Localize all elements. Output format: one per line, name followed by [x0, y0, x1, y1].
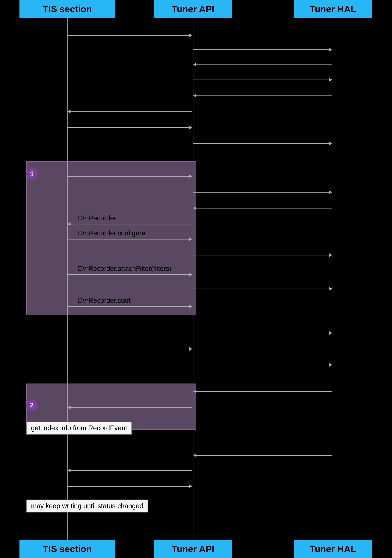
header-tis-top: TIS section [19, 0, 115, 18]
arrow-2 [193, 48, 332, 51]
arrow-d1 [193, 390, 332, 393]
arrow-5 [193, 94, 332, 97]
label-dvr-configure: DvrRecorder.configure [78, 229, 145, 237]
arrow-7 [67, 126, 192, 129]
arrow-6 [67, 110, 192, 113]
arrow-c2 [67, 347, 192, 351]
arrow-c1 [193, 331, 332, 335]
note-get-index: get index info from RecordEvent [26, 422, 132, 435]
arrow-open-dvr [67, 174, 192, 178]
label-dvr-recorder: DvrRecorder [78, 214, 116, 222]
arrow-e1 [193, 453, 332, 457]
header-tunerhal-bottom: Tuner HAL [294, 540, 372, 558]
header-tunerhal-top: Tuner HAL [294, 0, 372, 18]
arrow-b3 [193, 206, 332, 210]
lifeline-tunerhal [333, 18, 333, 540]
arrow-b8 [193, 287, 332, 290]
arrow-1 [67, 34, 192, 37]
arrow-filter-event [67, 406, 192, 409]
arrow-8 [193, 142, 332, 145]
arrow-dvr-configure [67, 237, 192, 241]
arrow-3 [193, 63, 332, 66]
arrow-dvr-start [67, 305, 192, 308]
step-circle-1: 1 [26, 168, 38, 180]
arrow-b6 [193, 253, 332, 257]
note-keep-writing: may keep writing until status changed [26, 499, 148, 513]
arrow-c3 [193, 363, 332, 367]
label-dvr-start: DvrRecorder.start [78, 297, 131, 304]
label-dvr-attach: DvrRecorder.attachFilter(filters) [78, 265, 172, 272]
header-tunerapi-bottom: Tuner API [154, 540, 232, 558]
header-tis-bottom: TIS section [19, 540, 115, 558]
header-tunerapi-top: Tuner API [154, 0, 232, 18]
arrow-b2 [193, 191, 332, 194]
arrow-e3 [67, 485, 192, 488]
arrow-e2 [67, 469, 192, 472]
arrow-4 [193, 78, 332, 81]
arrow-dvr-recorder [67, 222, 192, 226]
arrow-dvr-attach [67, 273, 192, 276]
step-circle-2: 2 [26, 400, 38, 411]
